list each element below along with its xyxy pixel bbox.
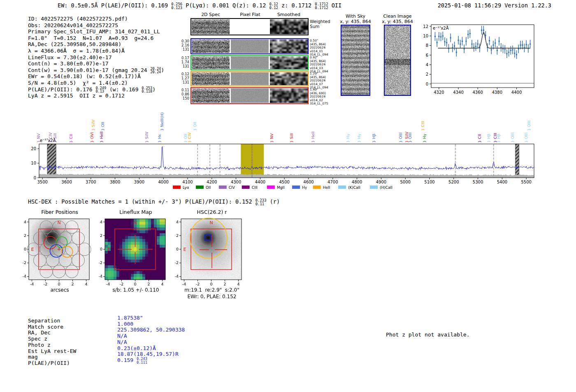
match-row-value: 0.23(±0.12)Å	[117, 345, 156, 351]
data-point	[434, 36, 436, 37]
match-value-text: N/A	[117, 333, 127, 339]
panel-ytick: 0	[24, 247, 26, 251]
spectrum-line	[39, 146, 534, 170]
fit-ytick: 6	[426, 53, 428, 58]
info-line: P(LAE)/P(OII): 0.176 0.2490.13 (w: 0.169…	[28, 86, 164, 93]
compass-north-label: N	[133, 220, 137, 225]
data-point	[467, 34, 469, 35]
pixel-flat-cutout	[231, 88, 269, 103]
match-value-text: 1.87538"	[117, 315, 143, 321]
match-row-label: Photo z	[28, 342, 51, 348]
data-point	[442, 35, 444, 37]
fit-xtick: 4380	[492, 90, 502, 95]
spec-xtick: 4900	[376, 180, 386, 184]
data-point	[481, 30, 482, 31]
fiber-circle	[34, 232, 46, 245]
data-point	[440, 36, 441, 37]
stacked-uncertainty: 0.2330.11	[255, 199, 267, 206]
fiber-circle	[65, 221, 78, 234]
emission-line-label-OIII: } OIII	[408, 132, 412, 143]
cutout-row-left-label: 0.121.27131	[171, 72, 189, 84]
info-line: EWr = 0.54(±0.18) (w: 0.52(±0.17))Å	[28, 73, 164, 80]
match-row-value: 1.000	[117, 321, 133, 327]
sky-image	[385, 26, 410, 95]
panel-xtick: 0	[58, 282, 60, 286]
fit-ytick: 10	[423, 34, 428, 38]
2d-spec-cutout	[192, 56, 230, 69]
cutout-row-right-label: 0.50"(435, 864)20220624v014_01314_LL_094	[310, 39, 335, 57]
full-spectrum-chart: 0102035003600370038003900400041004200430…	[35, 105, 547, 191]
spec-ytick: 0	[34, 176, 36, 180]
spec-xtick: 3800	[110, 180, 120, 184]
spec-xtick: 5000	[400, 180, 410, 184]
pixel-flat-cutout	[231, 39, 269, 53]
emission-line-label-NV: } NV	[36, 133, 41, 143]
fiber-circle	[34, 254, 46, 267]
match-row-label: Spec z	[28, 336, 47, 342]
info-line: RA,Dec (225.309586,50.289848)	[28, 41, 164, 48]
data-point	[446, 42, 447, 43]
smoothed-2d-cutout	[270, 88, 308, 103]
catalog-object-square	[205, 235, 211, 240]
spec-xtick: 3700	[86, 180, 96, 184]
legend-swatch	[173, 186, 181, 189]
version-label: Version 1.22.3	[504, 2, 551, 9]
data-point	[465, 41, 467, 42]
info-text: RA,Dec (225.309586,50.289848)	[28, 41, 121, 47]
fit-xtick: 4320	[434, 90, 444, 95]
data-point	[456, 52, 457, 53]
emission-line-label-HeII: } HeII	[311, 131, 315, 143]
smoothed-2d-cutout	[270, 72, 308, 85]
cutout-row-left-label: 0.171.74131	[171, 56, 189, 68]
cutout-row-right-label: 0.92"(435, 864)20220624v014_03314_LL_094	[310, 56, 335, 74]
spec-xtick: 3900	[134, 180, 144, 184]
panel-xtick: -4	[106, 282, 110, 286]
fiber-circle	[53, 265, 65, 278]
cutout-row-left-label: 0.110.86150	[171, 88, 189, 100]
info-line: ID: 4022572275 (4022572275.pdf)	[28, 16, 164, 22]
emission-line-label-HeII: } HeII	[99, 131, 104, 143]
panel-ytick: 2	[100, 233, 102, 238]
info-line: Cont(w) = 3.90(±0.01)e-17 (gmag 20.24 20…	[28, 67, 164, 74]
match-row-value: 1.87538"	[117, 315, 143, 321]
data-point	[462, 41, 463, 42]
emission-line-label-Hγ: } Hγ	[422, 134, 427, 143]
info-text: λ = 4366.06Å σ = 1.78(±0.84)Å	[28, 48, 125, 54]
fit-ytick: 8	[426, 43, 428, 48]
spec-xtick: 4800	[352, 180, 362, 184]
info-text: LyA z = 2.5915 OII z = 0.1712	[28, 93, 125, 99]
line-fit-chart: 02468101243204340436043804400e⁻¹⁷x2Å	[420, 18, 552, 97]
info-line: Obs: 20220624v014_4022572275	[28, 22, 164, 29]
spec-xtick: 4000	[158, 180, 168, 184]
legend-label: HeII	[323, 186, 330, 190]
gaussian-fit-line	[438, 32, 530, 48]
data-point	[522, 44, 523, 46]
fiber-circle	[46, 232, 59, 245]
match-value-text: N/A	[117, 339, 127, 345]
legend-label: (K)CaII	[348, 186, 360, 190]
panel-xtick: 0	[210, 282, 212, 286]
match-row-value: 18.87(18.45,19.57)R	[117, 351, 179, 357]
sky-panel-coords: x, y: 435, 864	[373, 19, 422, 24]
match-row-value: 0.159 0.2430.111	[117, 357, 147, 364]
data-point	[454, 45, 455, 46]
stacked-uncertainty: 0.2530.118	[142, 86, 152, 93]
info-text: )	[152, 86, 156, 93]
emission-line-label-SiII: } SiII	[53, 133, 57, 143]
emission-line-label-Hγ: } Hγ	[346, 134, 350, 143]
legend-swatch	[292, 186, 300, 189]
summary-text: EW: 0.5±0.5Å P(LAE)/P(OII): 0.169	[58, 2, 171, 9]
emission-line-label-SiIV: } SiIV	[144, 131, 149, 143]
data-point	[483, 30, 484, 31]
compass-east-label: E	[31, 247, 34, 252]
info-text: P(LAE)/P(OII): 0.176	[28, 86, 95, 93]
emission-line-label-CII: } CII	[69, 134, 73, 143]
emission-line-label-Hβ: } Hβ	[486, 134, 491, 143]
panel-ytick: 2	[24, 233, 26, 238]
cutout-row-right-label: 1.20"(435, 864)20220624v014_07314_LL_094	[310, 72, 335, 90]
data-point	[450, 37, 451, 39]
data-point	[475, 46, 476, 47]
legend-swatch	[219, 186, 227, 189]
data-point	[492, 44, 494, 46]
cutout-col-header: Smoothed	[268, 12, 309, 17]
